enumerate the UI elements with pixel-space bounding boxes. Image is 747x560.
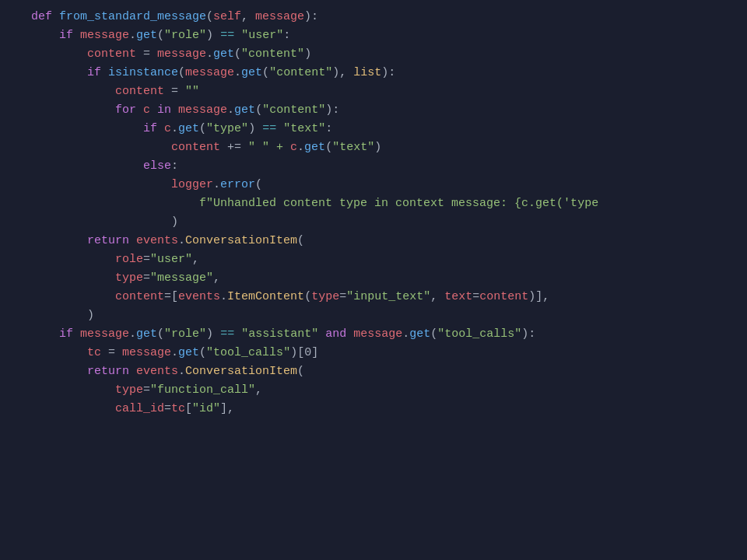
code-line: if message.get("role") == "assistant" an… (31, 325, 747, 344)
token-punct: ( (199, 122, 206, 135)
token-method: get (304, 141, 325, 154)
token-fn: isinstance (108, 66, 178, 79)
code-line: for c in message.get("content"): (31, 101, 747, 120)
token-str: "user" (241, 29, 283, 42)
token-var: c (164, 122, 171, 135)
token-punct: . (129, 29, 136, 42)
token-method: get (178, 346, 199, 359)
token-cls: ItemContent (227, 290, 304, 303)
token-var: call_id (115, 402, 164, 415)
token-var: message (178, 103, 227, 117)
token-assign: = (143, 383, 150, 397)
token-punct: . (129, 327, 136, 341)
token-kw: if (87, 66, 108, 79)
token-punct: ( (178, 66, 185, 79)
token-punct: : (171, 159, 178, 173)
token-punct: . (220, 290, 227, 303)
token-fn: from_standard_message (59, 10, 206, 23)
token-kw: if (59, 327, 80, 341)
token-punct: ( (234, 47, 241, 61)
token-var: role (115, 253, 143, 266)
token-punct: . (206, 47, 213, 61)
token-assign: = (101, 346, 122, 359)
token-punct: )[0] (290, 346, 318, 359)
token-assign: = (143, 271, 150, 285)
token-kw: if (143, 122, 164, 135)
token-punct: , (255, 383, 262, 397)
token-punct: ) (374, 141, 381, 154)
code-line: else: (31, 157, 747, 176)
token-method: error (220, 178, 255, 191)
token-assign: = (143, 253, 150, 266)
token-var: events (136, 234, 178, 247)
token-str: "role" (164, 327, 206, 341)
token-kw: for (115, 103, 143, 117)
token-assign: = (136, 47, 157, 61)
token-str: "input_text" (346, 290, 430, 303)
token-punct: . (402, 327, 409, 341)
token-punct: )], (528, 290, 549, 303)
token-punct: ): (521, 327, 535, 341)
code-line: return events.ConversationItem( (31, 362, 747, 381)
token-punct: ( (262, 66, 269, 79)
token-method: get (136, 29, 157, 42)
token-eq: == (220, 29, 234, 42)
token-punct: ) (206, 327, 220, 341)
code-lines: def from_standard_message(self, message)… (31, 8, 747, 418)
token-param: message (255, 10, 304, 23)
token-punct: , (430, 290, 444, 303)
token-cls: ConversationItem (185, 234, 297, 247)
token-punct: , (241, 10, 255, 23)
token-punct: ], (220, 402, 234, 415)
code-line: if c.get("type") == "text": (31, 120, 747, 138)
code-line: return events.ConversationItem( (31, 232, 747, 250)
code-line: ) (31, 306, 747, 325)
token-var: content (479, 290, 528, 303)
code-editor: def from_standard_message(self, message)… (0, 0, 747, 560)
token-method: get (234, 103, 255, 117)
token-punct: ( (157, 29, 164, 42)
token-assign: += (220, 141, 248, 154)
code-line: role="user", (31, 250, 747, 269)
token-punct: . (171, 346, 178, 359)
token-punct: ): (381, 66, 395, 79)
token-var: message (80, 327, 129, 341)
token-var: message (122, 346, 171, 359)
code-line: ) (31, 213, 747, 232)
token-punct: ) (171, 215, 178, 229)
code-line: type="message", (31, 269, 747, 288)
code-line: logger.error( (31, 176, 747, 194)
token-var: message (185, 66, 234, 79)
code-line: content=[events.ItemContent(type="input_… (31, 288, 747, 306)
code-line: if message.get("role") == "user": (31, 26, 747, 45)
token-assign: = (164, 402, 171, 415)
token-kw: return (87, 234, 136, 247)
token-str: "id" (192, 402, 220, 415)
token-var: message (157, 47, 206, 61)
token-str: "content" (262, 103, 325, 117)
token-var: events (178, 290, 220, 303)
token-assign: = (472, 290, 479, 303)
token-punct: ( (157, 327, 164, 341)
token-str: "content" (241, 47, 304, 61)
token-punct: : (325, 122, 332, 135)
token-var: tc (171, 402, 185, 415)
token-var: c (290, 141, 297, 154)
token-plain (234, 29, 241, 42)
code-line: content += " " + c.get("text") (31, 138, 747, 157)
token-kw: def (31, 10, 59, 23)
token-var: type (311, 290, 339, 303)
token-var: text (444, 290, 472, 303)
token-fstr: f"Unhandled content type in context mess… (199, 197, 598, 210)
token-var: content (87, 47, 136, 61)
token-var: c (143, 103, 157, 117)
token-punct: ( (206, 10, 213, 23)
token-str: "" (185, 85, 199, 98)
code-line: content = "" (31, 82, 747, 101)
token-punct: , (213, 271, 220, 285)
token-method: get (136, 327, 157, 341)
token-method: get (409, 327, 430, 341)
token-kw: and (325, 327, 353, 341)
token-punct: ) (304, 47, 311, 61)
code-line: f"Unhandled content type in context mess… (31, 194, 747, 213)
